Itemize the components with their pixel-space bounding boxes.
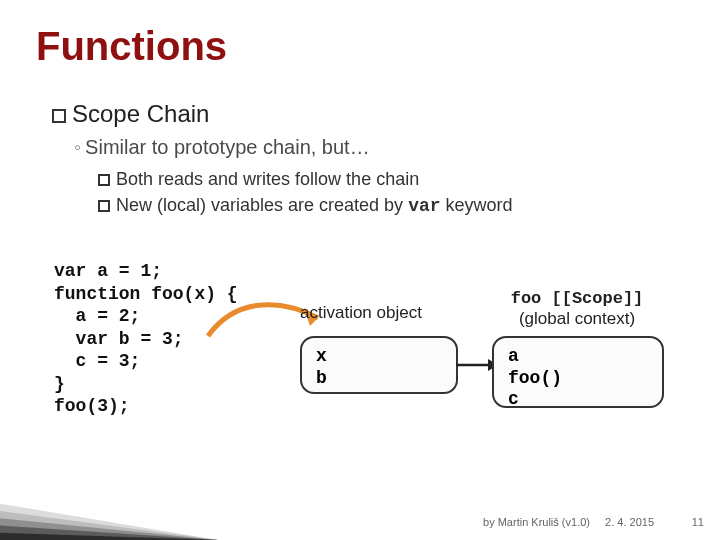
activation-label: activation object <box>300 303 422 323</box>
svg-marker-6 <box>0 524 218 540</box>
bullet-text-a: New (local) variables are created by <box>116 195 408 215</box>
box-line: a <box>508 346 648 368</box>
section-heading: Scope Chain <box>52 100 209 128</box>
diamond-icon: ◦ <box>74 136 81 158</box>
scope-label-line2: (global context) <box>519 309 635 328</box>
bullet-code: var <box>408 196 440 216</box>
decorative-wedge <box>0 450 218 540</box>
code-block: var a = 1; function foo(x) { a = 2; var … <box>54 260 238 418</box>
box-line: foo() <box>508 368 648 390</box>
box-line: b <box>316 368 442 390</box>
page-number: 11 <box>692 516 704 528</box>
bullet-list: Both reads and writes follow the chain N… <box>98 166 513 219</box>
svg-marker-5 <box>0 516 218 540</box>
activation-box: x b <box>300 336 458 394</box>
bullet-item: New (local) variables are created by var… <box>98 192 513 219</box>
svg-marker-4 <box>0 508 218 540</box>
subheading-text: Similar to prototype chain, but… <box>85 136 370 158</box>
box-line: c <box>508 389 648 411</box>
footer-date: 2. 4. 2015 <box>605 516 654 528</box>
svg-marker-7 <box>0 532 218 540</box>
subheading: ◦Similar to prototype chain, but… <box>74 136 370 159</box>
checkbox-icon <box>98 200 110 212</box>
bullet-item: Both reads and writes follow the chain <box>98 166 513 192</box>
scope-label-line1: foo [[Scope]] <box>511 289 644 308</box>
bullet-text: Both reads and writes follow the chain <box>116 169 419 189</box>
footer-credit: by Martin Kruliš (v1.0) <box>483 516 590 528</box>
checkbox-icon <box>52 109 66 123</box>
scope-label: foo [[Scope]] (global context) <box>487 288 667 330</box>
box-line: x <box>316 346 442 368</box>
global-box: a foo() c <box>492 336 664 408</box>
slide-title: Functions <box>36 24 227 69</box>
svg-marker-3 <box>0 500 218 540</box>
bullet-text-b: keyword <box>441 195 513 215</box>
slide: Functions Scope Chain ◦Similar to protot… <box>0 0 720 540</box>
heading-text: Scope Chain <box>72 100 209 127</box>
checkbox-icon <box>98 174 110 186</box>
